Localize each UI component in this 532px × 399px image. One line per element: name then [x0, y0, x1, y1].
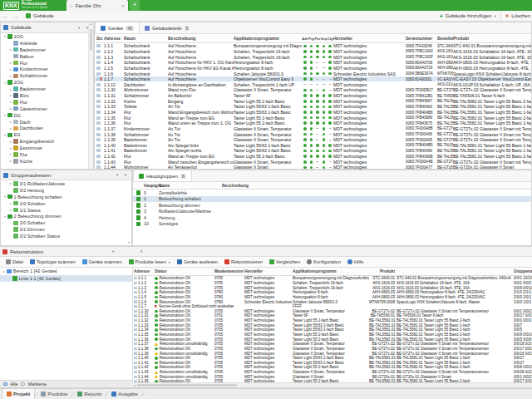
main-group-row[interactable]: 4Heizung — [133, 214, 531, 221]
building-item[interactable]: ▸Badezimmer — [1, 86, 89, 92]
building-item[interactable]: ▸Eingangsbereich — [1, 138, 89, 145]
horizontal-scrollbar[interactable]: ◄ — [133, 382, 532, 387]
device-row[interactable]: 1.1.42FlurWand an Treppe zum EGTaster Li… — [95, 154, 531, 160]
building-item[interactable]: ▸Büro — [1, 92, 89, 99]
tab-geraete[interactable]: Geräte 45 — [95, 22, 140, 33]
device-row[interactable]: 1.1.37KinderzimmerAn TürGlastaster II Sm… — [95, 126, 531, 132]
column-applikationsprogramm[interactable]: Applikationsprogramm — [293, 269, 369, 273]
chevron-down-icon[interactable]: ▾ — [169, 260, 170, 264]
device-row[interactable]: 1.1.39BadezimmerAn TürGlastaster II Smar… — [95, 137, 531, 143]
device-row[interactable]: 1.1.38SchlafzimmerAn TürGlastaster II Sm… — [95, 131, 531, 137]
device-row[interactable]: 1.1.31SchlafzimmerAn BalkontürTaster 6FM… — [95, 93, 531, 99]
radio-markierte[interactable] — [21, 382, 25, 387]
main-group-row[interactable]: 1Beleuchtung schalten — [133, 196, 531, 203]
column-adresse[interactable]: Adresse — [104, 36, 124, 41]
column-produkt[interactable]: Produkt — [369, 269, 397, 273]
device-row[interactable]: 1.1.36FlurWand unten an Treppe zum 1. OG… — [95, 121, 531, 126]
help-button[interactable]: Hilfe — [344, 259, 367, 264]
reconstruction-row[interactable]: 1.1.30Rekonstruktion OK0705MDT technolog… — [133, 308, 532, 313]
reconstruction-row[interactable]: 1.1.6Rekonstruktion OK0780Schneider Elec… — [133, 299, 532, 304]
device-row[interactable]: 1.1.4SchaltschrankAuf Hutschiene für HKV… — [95, 60, 531, 66]
column-raum[interactable]: Raum — [124, 36, 168, 41]
main-group-row[interactable]: 3Rollladen/Jalousie/Markise — [133, 209, 531, 215]
group-address-item[interactable]: ▸1/0 Schalten — [1, 200, 131, 207]
building-item[interactable]: ▸Flur — [1, 60, 89, 66]
column-hersteller[interactable]: Hersteller — [244, 269, 293, 273]
add-building-button[interactable]: Gebäude hinzufügen — [446, 13, 492, 18]
read-products-button[interactable]: Produkte lesen▾ — [126, 259, 174, 264]
device-row[interactable]: 1.1.5SchaltschrankAuf Hutschiene für HKV… — [95, 66, 531, 71]
close-tab-icon[interactable]: ✕ — [121, 3, 125, 8]
read-devices-button[interactable]: Geräte auslesen — [174, 259, 221, 264]
reconstruction-row[interactable]: 1.1.36Rekonstruktion OK0705MDT technolog… — [133, 337, 532, 342]
reconstruction-row[interactable]: 1.1.39Rekonstruktion unvollständig0705MD… — [133, 351, 532, 356]
building-item[interactable]: ▾1OG — [1, 33, 89, 40]
statusbar-tab-reports[interactable]: Reports — [73, 389, 106, 399]
reconstruction-row[interactable]: 1.1.35Rekonstruktion OK0705MDT technolog… — [133, 332, 532, 337]
building-item[interactable]: ▸Schlafzimmer — [1, 72, 89, 79]
radio-alle[interactable] — [3, 382, 7, 387]
group-address-item[interactable]: ▸0/1 Rollladen/Jalousie — [1, 180, 131, 187]
device-row[interactable]: 1.1.1SchaltschrankAuf HutschieneBusspann… — [95, 43, 531, 49]
compare-button[interactable]: Vergleichen — [266, 259, 303, 264]
reconstruction-row[interactable]: 1.1.2Rekonstruktion OK0705MDT technologi… — [133, 281, 532, 286]
reconstruction-row[interactable]: 1.1.33Rekonstruktion OK0705MDT technolog… — [133, 323, 532, 328]
statusbar-tab-projekt[interactable]: Projekt — [2, 389, 35, 399]
reconstruct-button[interactable]: Rekonstruieren — [221, 259, 266, 264]
column-sic[interactable]: Sic — [95, 36, 104, 41]
device-row[interactable]: 1.1.12DachbodenIn Abzweigdose an Dachbal… — [95, 81, 531, 87]
group-address-item[interactable]: 0/2 Heizung — [1, 187, 131, 194]
column-adresse[interactable]: Adresse — [133, 269, 155, 273]
device-row[interactable]: 1.1.41BadezimmerAm Spiegel rechtsTaster … — [95, 148, 531, 154]
close-icon[interactable]: ✕ — [138, 249, 145, 254]
tab-gebaeudeteile[interactable]: Gebäudeteile 5 — [140, 22, 195, 33]
reconstruction-row[interactable]: 1.1.38Rekonstruktion OK0705MDT technolog… — [133, 347, 532, 352]
column-prg[interactable]: Prg — [308, 37, 315, 41]
device-row[interactable]: 1.1.40BadezimmerAm Spiegel linksTaster L… — [95, 143, 531, 149]
column-name[interactable]: Name — [159, 184, 222, 188]
device-row[interactable]: 1.1.43FlurWand zwischen Eingangsbereich … — [95, 159, 531, 165]
close-icon[interactable]: ✕ — [122, 173, 129, 177]
building-item[interactable]: ▾2OG — [1, 79, 89, 86]
chevron-down-icon[interactable]: ▾ — [111, 249, 116, 254]
column-seriennummer[interactable]: Seriennummer — [406, 37, 437, 41]
column-gruppenadressen[interactable]: Gruppenadres... — [514, 269, 532, 273]
reconstruction-row[interactable]: 1.1.40Rekonstruktion OK0705MDT technolog… — [133, 356, 532, 361]
column-produkt[interactable]: Produkt — [453, 36, 531, 41]
scroll-down-icon[interactable]: ▼ — [128, 241, 131, 244]
reconstruction-row[interactable]: 1.1.5Rekonstruktion OK0780MDT technologi… — [133, 295, 532, 300]
reconstruction-row[interactable]: 1.1.31Rekonstruktion OK0701MDT technolog… — [133, 313, 532, 318]
statusbar-tab-ausgabe[interactable]: Ausgabe — [107, 389, 142, 399]
column-par[interactable]: Par — [314, 37, 321, 41]
device-row[interactable]: 1.1.7SchaltschrankAuf HutschieneObjektse… — [95, 76, 531, 82]
building-item[interactable]: Ankleide — [1, 40, 89, 47]
device-row[interactable]: 1.1.32KücheEingangTaster Light 55 2-fach… — [95, 98, 531, 104]
recon-topology-item[interactable]: Linie 1.1 [42 Geräte] — [0, 275, 132, 283]
column-cfg[interactable]: Cfg — [327, 37, 333, 41]
reconstruction-row[interactable]: 1.1.1Rekonstruktion OK0705MDT technologi… — [133, 276, 532, 281]
building-item[interactable]: ▸Kinderzimmer — [1, 66, 89, 72]
building-item[interactable]: ▸Dachboden — [1, 125, 89, 131]
main-group-row[interactable]: 10Sonstiges — [133, 221, 531, 228]
statusbar-tab-produkte[interactable]: Produkte — [37, 389, 71, 399]
building-item[interactable]: ▸Gästezimmer — [1, 106, 89, 112]
group-address-item[interactable]: 2/1 Dimmen — [1, 226, 131, 233]
chevron-down-icon[interactable]: ▾ — [76, 26, 81, 30]
column-beschreibung[interactable]: Beschreibung — [168, 36, 234, 41]
reconstruction-row[interactable]: 1.1.32Rekonstruktion OK0705MDT technolog… — [133, 318, 532, 323]
device-row[interactable]: 1.1.2SchaltschrankAuf HutschieneSchalten… — [95, 49, 531, 55]
building-item[interactable]: ▸Küche — [1, 158, 89, 165]
building-item[interactable]: ▸Flur — [1, 99, 89, 106]
building-item[interactable]: ▸Dach — [1, 119, 89, 126]
building-item[interactable]: ▾EG — [1, 131, 89, 138]
reconstruction-row[interactable]: 1.1.41Rekonstruktion OK0705MDT technolog… — [133, 361, 532, 366]
forward-icon[interactable]: → — [11, 13, 22, 19]
building-item[interactable]: ▸Badezimmer — [1, 47, 89, 53]
column-applikationsprogramm[interactable]: Applikationsprogramm — [234, 36, 302, 41]
column-adr[interactable]: Adr — [302, 37, 308, 41]
device-row[interactable]: 1.1.3SchaltschrankAuf HutschieneSchalten… — [95, 54, 531, 60]
column-hersteller[interactable]: Hersteller — [333, 36, 406, 41]
column-status[interactable]: Status — [155, 269, 214, 273]
reconstruction-row[interactable]: 1.1.43Rekonstruktion unvollständig0705MD… — [133, 370, 532, 375]
project-tab[interactable]: ⌂ Familie Ohr ✕ — [66, 0, 128, 11]
